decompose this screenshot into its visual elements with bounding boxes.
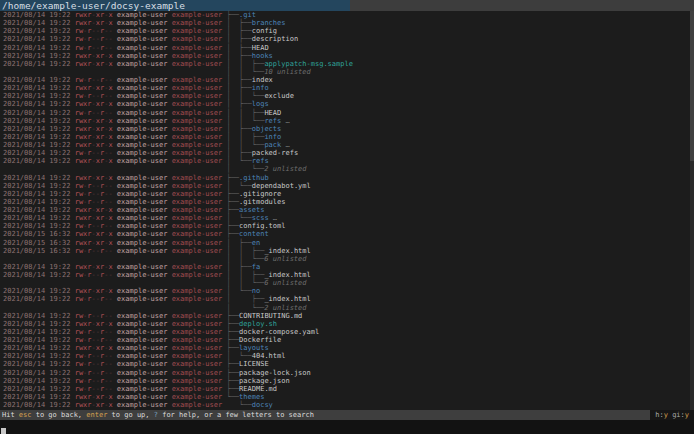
group-name: [172, 255, 227, 263]
modified-date: 2021/08/14 19:22: [3, 117, 75, 125]
tree-row[interactable]: 2021/08/14 19:22 rwxr-xr-x example-user …: [0, 133, 694, 141]
modified-date: 2021/08/14 19:22: [3, 190, 75, 198]
tree-row[interactable]: 2021/08/14 19:22 rwxr-xr-x example-user …: [0, 174, 694, 182]
tree-row[interactable]: 2021/08/15 16:32 rwxr-xr-x example-user …: [0, 239, 694, 247]
tree-row[interactable]: 2021/08/14 19:22 rw-r--r-- example-user …: [0, 336, 694, 344]
tree-branch-lines: │ ├──: [226, 19, 251, 27]
modified-date: 2021/08/14 19:22: [3, 263, 75, 271]
permissions: [75, 304, 117, 312]
tree-branch-lines: ├──: [226, 312, 239, 320]
tree-row[interactable]: │ └──2 unlisted: [0, 304, 694, 312]
tree-row[interactable]: 2021/08/14 19:22 rw-r--r-- example-user …: [0, 35, 694, 43]
group-name: example-user: [172, 336, 227, 344]
modified-date: 2021/08/14 19:22: [3, 133, 75, 141]
group-name: example-user: [172, 344, 227, 352]
file-name: README.md: [239, 385, 277, 393]
permissions: rw-r--r--: [75, 312, 117, 320]
tree-row[interactable]: 2021/08/14 19:22 rwxr-xr-x example-user …: [0, 60, 694, 68]
tree-row[interactable]: 2021/08/14 19:22 rwxr-xr-x example-user …: [0, 393, 694, 401]
scrollbar-thumb[interactable]: [690, 11, 694, 161]
tree-row[interactable]: 2021/08/14 19:22 rw-r--r-- example-user …: [0, 44, 694, 52]
modified-date: 2021/08/14 19:22: [3, 19, 75, 27]
owner-name: example-user: [117, 84, 172, 92]
group-name: example-user: [172, 125, 227, 133]
tree-row[interactable]: 2021/08/14 19:22 rw-r--r-- example-user …: [0, 385, 694, 393]
owner-name: example-user: [117, 271, 172, 279]
group-name: example-user: [172, 182, 227, 190]
owner-name: example-user: [117, 35, 172, 43]
owner-name: example-user: [117, 360, 172, 368]
tree-row[interactable]: 2021/08/14 19:22 rwxr-xr-x example-user …: [0, 125, 694, 133]
tree-row[interactable]: 2021/08/14 19:22 rw-r--r-- example-user …: [0, 271, 694, 279]
tree-row[interactable]: 2021/08/14 19:22 rwxr-xr-x example-user …: [0, 141, 694, 149]
tree-branch-lines: ├──: [226, 206, 239, 214]
tree-row[interactable]: │ └──2 unlisted: [0, 165, 694, 173]
file-name: _index.html: [264, 295, 310, 303]
directory-name: en: [252, 239, 260, 247]
permissions: rw-r--r--: [75, 190, 117, 198]
tree-row[interactable]: 2021/08/14 19:22 rwxr-xr-x example-user …: [0, 320, 694, 328]
tree-branch-lines: ├──: [226, 344, 239, 352]
permissions: rwxr-xr-x: [75, 401, 117, 409]
tree-row[interactable]: 2021/08/14 19:22 rwxr-xr-x example-user …: [0, 52, 694, 60]
owner-name: example-user: [117, 44, 172, 52]
permissions: rw-r--r--: [75, 198, 117, 206]
modified-date: 2021/08/14 19:22: [3, 149, 75, 157]
tree-row[interactable]: │ │ └──6 unlisted: [0, 255, 694, 263]
tree-row[interactable]: 2021/08/14 19:22 rw-r--r-- example-user …: [0, 328, 694, 336]
permissions: [75, 165, 117, 173]
scrollbar[interactable]: [690, 11, 694, 410]
help-text-segment: for help, or a few letters to search: [158, 411, 314, 419]
tree-row[interactable]: 2021/08/14 19:22 rw-r--r-- example-user …: [0, 312, 694, 320]
tree-row[interactable]: 2021/08/14 19:22 rw-r--r-- example-user …: [0, 182, 694, 190]
group-name: [172, 304, 227, 312]
titlebar-filler: [350, 0, 694, 11]
tree-row[interactable]: 2021/08/14 19:22 rwxr-xr-x example-user …: [0, 401, 694, 409]
tree-row[interactable]: 2021/08/14 19:22 rw-r--r-- example-user …: [0, 295, 694, 303]
tree-row[interactable]: 2021/08/14 19:22 rwxr-xr-x example-user …: [0, 263, 694, 271]
tree-row[interactable]: 2021/08/15 16:32 rw-r--r-- example-user …: [0, 247, 694, 255]
tree-branch-lines: ├──: [226, 230, 239, 238]
path-bar[interactable]: /home/example-user/docsy-example: [0, 0, 694, 11]
owner-name: example-user: [117, 141, 172, 149]
permissions: rw-r--r--: [75, 295, 117, 303]
directory-name: scss: [252, 214, 269, 222]
modified-date: [3, 304, 75, 312]
tree-row[interactable]: 2021/08/14 19:22 rw-r--r-- example-user …: [0, 190, 694, 198]
tree-row[interactable]: 2021/08/14 19:22 rw-r--r-- example-user …: [0, 369, 694, 377]
tree-row[interactable]: 2021/08/14 19:22 rw-r--r-- example-user …: [0, 76, 694, 84]
tree-branch-lines: │ ├──: [226, 52, 251, 60]
permissions: rw-r--r--: [75, 44, 117, 52]
tree-row[interactable]: 2021/08/14 19:22 rw-r--r-- example-user …: [0, 198, 694, 206]
group-name: example-user: [172, 117, 227, 125]
tree-row[interactable]: 2021/08/14 19:22 rwxr-xr-x example-user …: [0, 100, 694, 108]
tree-row[interactable]: 2021/08/14 19:22 rwxr-xr-x example-user …: [0, 206, 694, 214]
permissions: [75, 68, 117, 76]
file-name: package-lock.json: [239, 369, 311, 377]
owner-name: [117, 255, 172, 263]
tree-row[interactable]: 2021/08/14 19:22 rw-r--r-- example-user …: [0, 109, 694, 117]
tree-branch-lines: │ └──: [226, 165, 264, 173]
tree-row[interactable]: 2021/08/14 19:22 rwxr-xr-x example-user …: [0, 117, 694, 125]
tree-branch-lines: │ ├──: [226, 76, 251, 84]
owner-name: example-user: [117, 198, 172, 206]
tree-branch-lines: ├──: [226, 11, 239, 19]
tree-branch-lines: │ │ ├──: [226, 247, 264, 255]
permissions: rwxr-xr-x: [75, 141, 117, 149]
group-name: example-user: [172, 100, 227, 108]
tree-row[interactable]: 2021/08/15 16:32 rwxr-xr-x example-user …: [0, 230, 694, 238]
tree-branch-lines: │ └──: [226, 304, 264, 312]
permissions: rw-r--r--: [75, 271, 117, 279]
directory-name: refs: [264, 117, 281, 125]
help-key: enter: [86, 411, 107, 419]
owner-name: example-user: [117, 174, 172, 182]
tree-row[interactable]: 2021/08/14 19:22 rw-r--r-- example-user …: [0, 360, 694, 368]
tree-row[interactable]: 2021/08/14 19:22 rw-r--r-- example-user …: [0, 377, 694, 385]
modified-date: 2021/08/15 16:32: [3, 247, 75, 255]
directory-name: assets: [239, 206, 264, 214]
tree-row[interactable]: 2021/08/14 19:22 rwxr-xr-x example-user …: [0, 11, 694, 19]
search-input[interactable]: [0, 420, 694, 434]
directory-name: pack: [264, 141, 281, 149]
permissions: rwxr-xr-x: [75, 344, 117, 352]
tree-row[interactable]: │ │ └──10 unlisted: [0, 68, 694, 76]
